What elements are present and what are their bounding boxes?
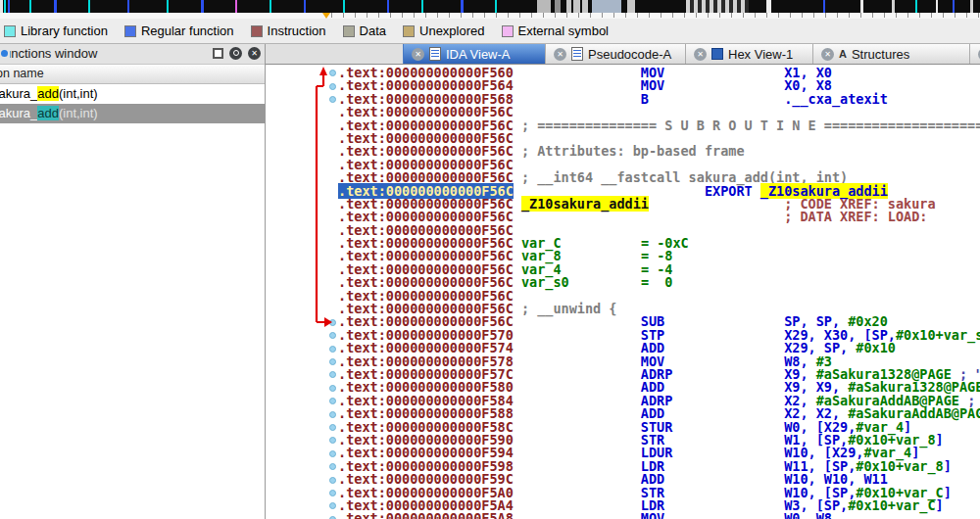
navigator-band[interactable]	[0, 0, 980, 13]
navband-stripe	[387, 0, 389, 13]
function-name-column-header[interactable]: Function name	[0, 65, 265, 84]
tab-label: Hex View-1	[728, 47, 793, 62]
listing-segment: var_s0	[514, 274, 569, 290]
legend-swatch-data	[343, 25, 355, 37]
listing-lines: .text:000000000000F560 MOV X1, X0.text:0…	[266, 67, 980, 519]
navband-stripe	[235, 0, 237, 13]
listing-segment: = 0	[641, 274, 673, 290]
listing-segment: ; DATA XREF: LOAD:	[784, 209, 927, 224]
navband-stripe	[860, 0, 863, 13]
tab-label: Pseudocode-A	[588, 47, 671, 62]
listing-segment: ]	[936, 432, 944, 448]
tab-structures[interactable]: ✕AStructures	[812, 44, 969, 64]
legend-swatch-library-function	[4, 25, 16, 37]
close-panel-button[interactable]: ✕	[248, 47, 261, 60]
tab-partial[interactable]: ✕	[969, 44, 980, 64]
listing-segment: ]	[944, 485, 952, 500]
navband-stripe	[555, 0, 561, 13]
navband-stripe	[915, 0, 917, 13]
listing-segment: #0x10	[856, 340, 896, 355]
navband-stripe	[0, 0, 3, 13]
ida-window: { "legend": { "items": [ {"label": "Libr…	[0, 0, 980, 519]
listing-segment: MOV W0, W8	[514, 510, 832, 519]
functions-window-title: Functions window	[10, 44, 218, 64]
navband-stripe	[421, 0, 423, 13]
legend-item-data: Data	[343, 24, 386, 38]
listing-segment: ; Attributes: bp-based frame	[514, 143, 745, 159]
navband-stripe	[270, 0, 271, 13]
window-icon	[1, 50, 8, 57]
legend-swatch-unexplored	[403, 25, 415, 37]
functions-window: Functions window ✕ Function name sakura_…	[0, 44, 266, 519]
listing-segment: ]	[944, 458, 952, 474]
legend-label: External symbol	[518, 24, 609, 38]
hex-view-icon	[711, 48, 723, 60]
navband-stripe	[201, 0, 204, 13]
disassembly-view: .text:000000000000F560 MOV X1, X0.text:0…	[266, 65, 980, 519]
pin-button[interactable]	[229, 47, 242, 60]
pin-icon	[233, 50, 239, 56]
tab-bar: ✕IDA View-A✕Pseudocode-A✕Hex View-1✕AStr…	[266, 44, 980, 65]
listing-line[interactable]: .text:000000000000F5A8 MOV W0, W8	[266, 512, 980, 519]
function-name: sakura_add(int,int)	[0, 84, 98, 104]
legend-item-library-function: Library function	[4, 24, 108, 38]
close-tab-icon[interactable]: ✕	[694, 48, 707, 61]
listing-segment	[514, 209, 784, 224]
pseudocode-icon	[571, 47, 583, 61]
navband-stripe	[343, 0, 345, 13]
function-name-part: sakura_	[0, 106, 37, 120]
tab-label: IDA View-A	[446, 47, 511, 62]
legend-label: Regular function	[141, 24, 234, 38]
navband-stripe	[8, 0, 10, 13]
navband-stripe	[461, 0, 464, 13]
legend-item-external-symbol: External symbol	[502, 24, 609, 38]
function-name-part: add	[37, 106, 59, 120]
close-tab-icon[interactable]: ✕	[554, 48, 566, 61]
function-row[interactable]: sakura_add(int,int)	[0, 104, 265, 123]
legend-item-instruction: Instruction	[251, 24, 326, 38]
close-tab-icon[interactable]: ✕	[821, 48, 834, 61]
navband-stripe	[970, 0, 973, 13]
legend-label: Unexplored	[419, 24, 485, 38]
legend-item-regular-function: Regular function	[124, 24, 234, 38]
function-name-part: (int,int)	[59, 86, 98, 101]
navband-stripe	[537, 0, 551, 13]
navband-stripe	[936, 0, 938, 13]
tab-hex-view-1[interactable]: ✕Hex View-1	[685, 44, 812, 64]
tab-pseudocode-a[interactable]: ✕Pseudocode-A	[545, 44, 685, 64]
functions-window-titlebar[interactable]: Functions window ✕	[0, 44, 265, 65]
undock-icon[interactable]	[213, 48, 223, 59]
navband-stripe	[167, 0, 169, 13]
navband-stripe	[29, 0, 31, 13]
listing-segment: ]	[936, 497, 944, 513]
function-row[interactable]: sakura_add(int,int)	[0, 84, 265, 104]
navband-stripe	[892, 0, 895, 13]
function-list: sakura_add(int,int)sakura_add(int,int)	[0, 84, 265, 123]
ida-view-icon	[429, 47, 441, 61]
navband-stripe	[953, 0, 955, 13]
navigator-ticks	[331, 13, 980, 18]
legend-label: Instruction	[268, 24, 326, 38]
navband-stripe	[686, 0, 749, 13]
close-tab-icon[interactable]: ✕	[412, 48, 424, 61]
function-name-part: (int,int)	[59, 106, 98, 120]
legend-swatch-regular-function	[124, 25, 136, 37]
navband-stripe	[54, 0, 57, 13]
navband-stripe	[766, 0, 771, 13]
legend-label: Library function	[21, 24, 108, 38]
legend-swatch-instruction	[251, 25, 263, 37]
navband-stripe	[823, 0, 825, 13]
listing-segment: #0x10+var_C	[848, 497, 935, 513]
tab-label: Structures	[852, 47, 909, 62]
titlebar-buttons: ✕	[213, 47, 261, 60]
legend-bar: Library functionRegular functionInstruct…	[0, 19, 980, 44]
navband-stripe	[592, 0, 621, 13]
listing-segment	[569, 274, 641, 290]
tab-ida-view-a[interactable]: ✕IDA View-A	[403, 44, 545, 64]
function-name-part: sakura_	[0, 86, 37, 101]
function-name: sakura_add(int,int)	[0, 104, 98, 123]
navband-stripe	[127, 0, 129, 13]
legend-item-unexplored: Unexplored	[403, 24, 485, 38]
navband-stripe	[566, 0, 588, 13]
navband-stripe	[580, 0, 582, 13]
